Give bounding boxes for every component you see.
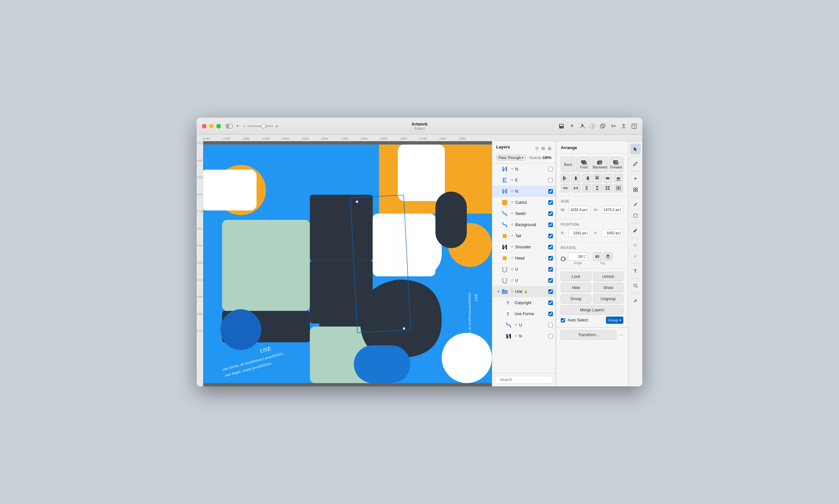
layer-visibility-checkbox[interactable] — [548, 167, 553, 172]
height-input[interactable]: 1473.2 px ▲ ▼ — [602, 206, 624, 214]
y-input[interactable]: 1052 px ▲ ▼ — [602, 229, 624, 237]
show-button[interactable]: Show — [593, 283, 624, 292]
transform-button[interactable]: Transform... — [561, 330, 617, 340]
group-button[interactable]: Group — [561, 294, 591, 303]
layer-item-n2[interactable]: 👁 N — [492, 186, 555, 197]
layer-visibility-checkbox[interactable] — [548, 312, 553, 316]
info-icon[interactable]: i — [590, 124, 595, 129]
layer-visibility-checkbox[interactable] — [548, 267, 553, 272]
layer-visibility-checkbox[interactable] — [548, 178, 553, 182]
y-stepper[interactable]: ▲ ▼ — [620, 231, 622, 235]
layer-visibility-checkbox[interactable] — [548, 200, 553, 205]
layer-visibility-checkbox[interactable] — [548, 278, 553, 283]
distribute-center-h-button[interactable] — [571, 184, 581, 192]
width-input[interactable]: 1032.4 px ▲ ▼ — [569, 206, 590, 214]
zoom-slider[interactable] — [247, 126, 273, 127]
minimize-button[interactable] — [209, 124, 214, 128]
angle-stepper[interactable]: ▲ ▼ — [584, 254, 586, 259]
more-options-icon[interactable]: ··· — [619, 332, 623, 338]
layer-item-swish[interactable]: 👁 Swish — [492, 208, 555, 219]
text-tool-button[interactable]: T — [630, 266, 641, 276]
layer-item-tail[interactable]: 👁 Tail — [492, 230, 555, 241]
layers-icon[interactable] — [558, 123, 564, 129]
pencil-tool-button[interactable] — [630, 225, 641, 236]
canvas-area[interactable]: UNE une forme, de nombreuses possibilité… — [203, 141, 492, 386]
align-middle-v-button[interactable] — [603, 174, 612, 182]
layer-visibility-checkbox[interactable] — [548, 301, 553, 305]
layer-visibility-checkbox[interactable] — [548, 334, 553, 339]
eyedropper-tool-button[interactable] — [630, 159, 641, 169]
layer-item-n1[interactable]: 👁 N — [492, 163, 555, 175]
back-button[interactable]: Back — [561, 157, 575, 172]
layer-visibility-checkbox[interactable] — [548, 323, 553, 327]
search-tool-button[interactable] — [630, 281, 641, 291]
search-input[interactable] — [500, 378, 549, 382]
zoom-minus-icon[interactable]: − — [243, 124, 245, 129]
layers-add-icon[interactable]: ⊕ — [548, 146, 552, 151]
select-tool-button[interactable] — [630, 144, 641, 154]
layer-visibility-checkbox[interactable] — [548, 211, 553, 216]
blend-mode-select[interactable]: Pass Through ▾ — [496, 155, 526, 161]
layers-stack-icon[interactable]: ⊞ — [541, 146, 545, 151]
layer-item-shoulder[interactable]: 👁 Shoulder — [492, 241, 555, 253]
forward-button[interactable]: Forward — [609, 157, 623, 172]
person-icon[interactable] — [579, 123, 585, 129]
height-stepper[interactable]: ▲ ▼ — [620, 208, 622, 212]
layer-item-copyright[interactable]: T Copyright — [492, 297, 555, 308]
layer-item-u3[interactable]: 👁 U — [492, 320, 555, 331]
x-input[interactable]: 2261 px ▲ ▼ — [569, 229, 590, 237]
auto-select-dropdown[interactable]: Group ▾ — [606, 317, 623, 324]
lock-button[interactable]: Lock — [561, 272, 591, 281]
pen-tool-button[interactable] — [630, 199, 641, 210]
grid-tool-button[interactable] — [630, 184, 641, 195]
layout-icon[interactable] — [631, 123, 637, 129]
sun-tool-button[interactable]: ☀ — [630, 251, 641, 262]
layer-visibility-checkbox[interactable] — [548, 256, 553, 260]
merge-layers-button[interactable]: Merge Layers — [561, 305, 623, 314]
layer-item-e[interactable]: 👁 E — [492, 175, 555, 186]
expand-icon[interactable]: ▾ — [496, 290, 500, 294]
align-right-button[interactable] — [582, 174, 591, 182]
pixel-fit-button[interactable] — [614, 184, 623, 192]
distribute-v-button[interactable] — [582, 184, 591, 192]
sidebar-toggle-icon[interactable] — [226, 124, 233, 128]
layer-visibility-checkbox[interactable] — [548, 189, 553, 194]
front-button[interactable]: Front — [576, 157, 591, 172]
align-top-button[interactable] — [592, 174, 602, 182]
distribute-h-button[interactable] — [561, 184, 570, 192]
tidy-objects-button[interactable] — [603, 184, 612, 192]
layer-visibility-checkbox[interactable] — [548, 222, 553, 227]
ungroup-button[interactable]: Ungroup — [593, 294, 624, 303]
layers-filter-icon[interactable]: ⊙ — [535, 146, 539, 151]
auto-select-checkbox[interactable] — [561, 318, 565, 322]
share-icon[interactable] — [621, 123, 627, 129]
layer-visibility-checkbox[interactable] — [548, 245, 553, 249]
layer-item-une-forme[interactable]: T Une Forme — [492, 308, 555, 320]
layer-item-u1[interactable]: 👁 U — [492, 264, 555, 275]
flip-vertical-button[interactable] — [603, 252, 612, 261]
fill-tool-button[interactable] — [630, 210, 641, 221]
width-stepper[interactable]: ▲ ▼ — [586, 208, 589, 212]
duplicate-icon[interactable] — [600, 123, 606, 129]
backward-button[interactable]: Backward — [592, 157, 608, 172]
maximize-button[interactable] — [216, 124, 221, 128]
layer-item-background[interactable]: 👁 Background — [492, 219, 555, 230]
align-left-button[interactable] — [561, 174, 570, 182]
close-button[interactable] — [202, 124, 207, 128]
hide-button[interactable]: Hide — [561, 283, 591, 292]
layer-visibility-checkbox[interactable] — [548, 234, 553, 238]
align-bottom-button[interactable] — [614, 174, 623, 182]
layer-item-u2[interactable]: 👁 U — [492, 275, 555, 286]
layer-item-head[interactable]: 👁 Head — [492, 253, 555, 264]
eraser-tool-button[interactable] — [630, 295, 641, 306]
unlock-button[interactable]: Unlock — [593, 272, 624, 281]
layer-item-cutout[interactable]: 👁 Cutout — [492, 197, 555, 208]
align-center-h-button[interactable] — [571, 174, 581, 182]
distribute-center-v-button[interactable] — [592, 184, 602, 192]
layer-visibility-checkbox[interactable] — [548, 289, 553, 294]
flip-horizontal-button[interactable] — [593, 252, 602, 261]
zoom-plus-icon[interactable]: + — [275, 124, 278, 129]
layer-item-une-group[interactable]: ▾ 👁 Une 🔒 — [492, 286, 555, 297]
chevron-icon[interactable]: ▾ — [237, 124, 238, 128]
angle-input[interactable]: 20° ▲ ▼ — [568, 253, 588, 260]
